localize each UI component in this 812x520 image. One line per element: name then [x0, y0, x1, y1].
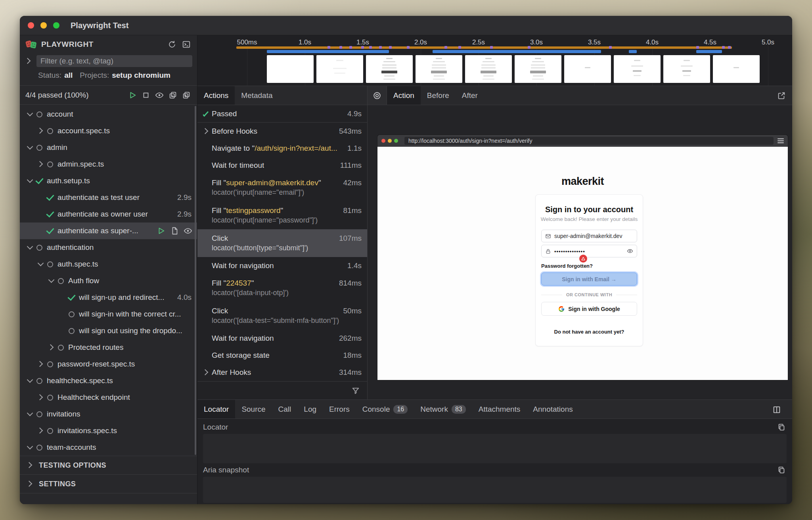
action-row[interactable]: Passed4.9s — [197, 105, 367, 123]
tab-call[interactable]: Call — [272, 400, 298, 418]
tab-console[interactable]: Console16 — [356, 400, 414, 418]
tree-row[interactable]: Healthcheck endpoint — [20, 389, 197, 406]
filmstrip-frame[interactable] — [713, 55, 760, 83]
collapse-all-button[interactable] — [168, 90, 178, 100]
tree-row[interactable]: invitations.spec.ts — [20, 422, 197, 439]
chevron-down-icon[interactable] — [48, 277, 56, 285]
signup-link[interactable]: Do not have an account yet? — [536, 329, 643, 335]
filmstrip-frame[interactable] — [416, 55, 462, 83]
copy-aria-snapshot-button[interactable] — [776, 465, 787, 475]
tab-actions[interactable]: Actions — [197, 86, 235, 105]
aria-snapshot-editor[interactable] — [203, 477, 787, 503]
forgot-password-link[interactable]: Password forgotten? — [541, 263, 593, 269]
action-row[interactable]: Wait for navigation262ms — [197, 330, 367, 347]
watch-test-icon[interactable] — [184, 226, 192, 235]
tree-row[interactable]: auth.spec.ts — [20, 256, 197, 272]
open-external-button[interactable] — [776, 90, 787, 101]
tab-log[interactable]: Log — [297, 400, 323, 418]
terminal-output-button[interactable] — [181, 39, 192, 50]
filmstrip-frame[interactable] — [614, 55, 661, 83]
chevron-down-icon[interactable] — [26, 144, 34, 152]
tree-row[interactable]: account — [20, 106, 197, 123]
show-source-icon[interactable] — [170, 226, 179, 235]
tree-row[interactable]: authenticate as test user2.9s — [20, 189, 197, 206]
tab-errors[interactable]: Errors — [323, 400, 356, 418]
filter-input[interactable] — [36, 55, 192, 67]
tab-metadata[interactable]: Metadata — [235, 86, 279, 105]
minimize-button[interactable] — [40, 22, 47, 29]
tree-row[interactable]: team-accounts — [20, 439, 197, 456]
action-row[interactable]: Click50mslocator('[data-test="submit-mfa… — [197, 302, 367, 330]
signin-google-button[interactable]: Sign in with Google — [541, 302, 637, 316]
action-row[interactable]: Fill "testingpassword"81mslocator('input… — [197, 201, 367, 229]
tab-after[interactable]: After — [456, 86, 484, 105]
filmstrip-frame[interactable] — [515, 55, 561, 83]
chevron-down-icon[interactable] — [26, 410, 34, 418]
tree-row[interactable]: admin.spec.ts — [20, 156, 197, 173]
tree-row[interactable]: Auth flow — [20, 272, 197, 289]
copy-locator-button[interactable] — [776, 422, 787, 432]
tree-row[interactable]: authenticate as super-... — [20, 223, 197, 239]
chevron-right-icon[interactable] — [48, 343, 56, 351]
close-button[interactable] — [28, 22, 34, 29]
filmstrip-frame[interactable] — [663, 55, 710, 83]
action-row[interactable]: After Hooks314ms — [197, 364, 367, 381]
action-row[interactable]: Get storage state18ms — [197, 347, 367, 364]
tree-row[interactable]: invitations — [20, 406, 197, 422]
chevron-right-icon[interactable] — [203, 129, 212, 133]
chevron-down-icon[interactable] — [26, 443, 34, 451]
action-row[interactable]: Wait for timeout111ms — [197, 157, 367, 174]
tree-row[interactable]: Protected routes — [20, 339, 197, 356]
tree-row[interactable]: will sign out using the dropdo... — [20, 322, 197, 339]
run-test-icon[interactable] — [157, 226, 165, 235]
expand-all-button[interactable] — [181, 90, 192, 100]
pick-locator-cell[interactable] — [368, 86, 387, 105]
chevron-down-icon[interactable] — [26, 377, 34, 385]
reload-tests-button[interactable] — [167, 39, 177, 50]
watch-all-button[interactable] — [154, 90, 165, 100]
chevron-right-icon[interactable] — [37, 427, 45, 435]
tab-before[interactable]: Before — [421, 86, 456, 105]
action-row[interactable]: Before Hooks543ms — [197, 123, 367, 140]
chevron-down-icon[interactable] — [26, 110, 34, 118]
filmstrip-frame[interactable] — [267, 55, 314, 83]
tree-row[interactable]: will sign-up and redirect...4.0s — [20, 289, 197, 306]
chevron-down-icon[interactable] — [26, 244, 34, 251]
signin-email-button[interactable]: Sign in with Email → — [541, 272, 637, 286]
action-row[interactable]: Wait for navigation1.4s — [197, 257, 367, 274]
action-row[interactable]: Click107mslocator('button[type="submit"]… — [197, 229, 367, 257]
tab-locator[interactable]: Locator — [197, 400, 235, 418]
tree-row[interactable]: auth.setup.ts — [20, 173, 197, 189]
filter-expander-chevron-icon[interactable] — [25, 57, 33, 65]
chevron-right-icon[interactable] — [37, 360, 45, 368]
tab-attachments[interactable]: Attachments — [472, 400, 527, 418]
filmstrip-frame[interactable] — [366, 55, 413, 83]
filmstrip-frame[interactable] — [465, 55, 512, 83]
zoom-button[interactable] — [53, 22, 59, 29]
chevron-right-icon[interactable] — [203, 370, 212, 374]
chevron-down-icon[interactable] — [37, 260, 45, 268]
filmstrip-frame[interactable] — [316, 55, 363, 83]
action-row[interactable]: Fill "224537"814mslocator('[data-input-o… — [197, 274, 367, 302]
tree-row[interactable]: authenticate as owner user2.9s — [20, 206, 197, 223]
tab-action[interactable]: Action — [387, 86, 421, 105]
email-field[interactable]: super-admin@makerkit.dev — [541, 230, 637, 242]
tree-row[interactable]: admin — [20, 139, 197, 156]
locator-editor[interactable] — [203, 434, 787, 463]
tree-row[interactable]: healthcheck.spec.ts — [20, 372, 197, 389]
section-settings[interactable]: SETTINGS — [20, 474, 197, 493]
timeline-strip[interactable]: 500ms1.0s1.5s2.0s2.5s3.0s3.5s4.0s4.5s5.0… — [197, 35, 792, 86]
chevron-right-icon[interactable] — [37, 393, 45, 401]
tab-source[interactable]: Source — [235, 400, 272, 418]
tree-row[interactable]: authentication — [20, 239, 197, 256]
filter-funnel-icon[interactable] — [350, 386, 361, 396]
action-row[interactable]: Navigate to "/auth/sign-in?next=/aut...1… — [197, 140, 367, 157]
filmstrip-frame[interactable] — [564, 55, 611, 83]
sidebar-scrollbar[interactable] — [195, 106, 196, 455]
stop-button[interactable] — [141, 90, 151, 100]
chevron-right-icon[interactable] — [37, 127, 45, 135]
tree-row[interactable]: account.spec.ts — [20, 123, 197, 139]
split-view-button[interactable] — [772, 405, 782, 415]
chevron-right-icon[interactable] — [37, 160, 45, 168]
run-all-button[interactable] — [127, 90, 138, 100]
